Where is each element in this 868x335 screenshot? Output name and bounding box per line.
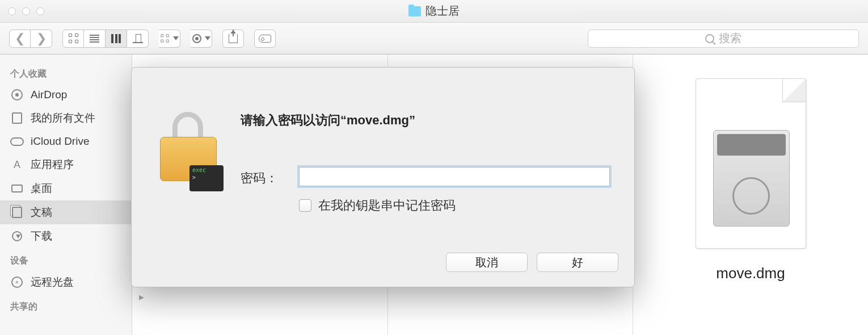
window-controls	[0, 7, 44, 15]
sidebar-item-label: iCloud Drive	[31, 135, 89, 148]
search-icon	[705, 34, 714, 43]
preview-filename: move.dmg	[716, 265, 785, 282]
checkbox-icon	[299, 199, 311, 212]
sidebar-item-airdrop[interactable]: AirDrop	[0, 83, 132, 106]
chevron-left-icon: ❮	[15, 31, 25, 46]
disk-image-icon	[713, 130, 790, 227]
dialog-buttons: 取消 好	[446, 253, 618, 272]
icon-view-button[interactable]	[62, 30, 84, 48]
sidebar-item-label: 下载	[31, 229, 52, 244]
chevron-down-icon	[205, 36, 210, 40]
column-view-button[interactable]	[106, 30, 127, 48]
chevron-down-icon	[173, 36, 179, 40]
exec-badge-icon	[189, 165, 224, 191]
sidebar-item-label: AirDrop	[31, 89, 67, 101]
back-button[interactable]: ❮	[9, 30, 31, 48]
sidebar-header-shared: 共享的	[0, 294, 132, 316]
ok-button-label: 好	[572, 255, 583, 270]
desktop-icon	[10, 182, 24, 195]
share-icon	[229, 34, 238, 43]
window-title-text: 隐士居	[425, 3, 460, 19]
sidebar-item-icloud[interactable]: iCloud Drive	[0, 130, 132, 153]
search-field[interactable]: 搜索	[588, 30, 859, 48]
lock-icon	[160, 112, 220, 180]
applications-icon: A	[10, 158, 24, 171]
cancel-button[interactable]: 取消	[446, 253, 528, 272]
window-title: 隐士居	[408, 3, 460, 19]
arrange-button[interactable]	[159, 30, 180, 48]
share-button[interactable]	[222, 30, 244, 48]
columns-icon	[111, 34, 121, 43]
sidebar-header-devices: 设备	[0, 248, 132, 270]
password-input[interactable]	[299, 167, 610, 186]
nav-group: ❮ ❯	[9, 30, 52, 48]
coverflow-view-button[interactable]	[127, 30, 149, 48]
forward-button[interactable]: ❯	[31, 30, 52, 48]
minimize-window-button[interactable]	[22, 7, 30, 15]
dmg-file-icon	[696, 78, 806, 249]
dialog-title: 请输入密码以访问“move.dmg”	[241, 112, 415, 129]
ok-button[interactable]: 好	[537, 253, 618, 272]
sidebar-header-favorites: 个人收藏	[0, 61, 132, 83]
airdrop-icon	[10, 88, 24, 102]
sidebar: 个人收藏 AirDrop 我的所有文件 iCloud Drive A 应用程序 …	[0, 55, 132, 335]
tag-icon	[259, 35, 271, 43]
action-button[interactable]	[191, 30, 212, 48]
sidebar-item-remote-disc[interactable]: 远程光盘	[0, 270, 132, 294]
downloads-icon	[10, 229, 24, 243]
cancel-button-label: 取消	[475, 255, 498, 270]
all-files-icon	[10, 111, 24, 125]
arrange-icon	[161, 34, 168, 42]
sidebar-item-applications[interactable]: A 应用程序	[0, 153, 132, 177]
sidebar-item-all-files[interactable]: 我的所有文件	[0, 106, 132, 130]
sidebar-item-label: 桌面	[31, 181, 52, 196]
action-group	[191, 30, 212, 48]
sidebar-item-label: 我的所有文件	[31, 111, 95, 125]
sidebar-item-documents[interactable]: 文稿	[0, 200, 132, 224]
chevron-right-icon: ❯	[36, 31, 47, 46]
close-window-button[interactable]	[8, 7, 16, 15]
zoom-window-button[interactable]	[36, 7, 44, 15]
gear-icon	[192, 34, 201, 43]
tags-button[interactable]	[254, 30, 276, 48]
disc-icon	[10, 275, 24, 289]
list-view-button[interactable]	[84, 30, 106, 48]
view-group	[62, 30, 149, 48]
toolbar: ❮ ❯ 搜索	[0, 23, 868, 55]
remember-checkbox[interactable]: 在我的钥匙串中记住密码	[299, 197, 456, 214]
grid-icon	[69, 34, 78, 43]
sidebar-item-label: 远程光盘	[31, 275, 74, 290]
search-placeholder: 搜索	[719, 31, 741, 46]
preview-panel: move.dmg	[633, 55, 868, 335]
sidebar-item-label: 文稿	[31, 205, 52, 220]
sidebar-item-desktop[interactable]: 桌面	[0, 177, 132, 200]
documents-icon	[10, 206, 24, 219]
password-dialog: 请输入密码以访问“move.dmg” 密码： 在我的钥匙串中记住密码 取消 好	[131, 67, 635, 287]
list-icon	[90, 35, 99, 43]
password-label: 密码：	[241, 170, 278, 187]
folder-icon	[408, 6, 421, 16]
sidebar-item-downloads[interactable]: 下载	[0, 224, 132, 248]
sidebar-item-label: 应用程序	[31, 157, 74, 172]
cloud-icon	[10, 135, 24, 148]
arrange-group	[159, 30, 180, 48]
coverflow-icon	[133, 34, 143, 43]
titlebar: 隐士居	[0, 0, 868, 23]
remember-label: 在我的钥匙串中记住密码	[318, 197, 456, 214]
column-resize-handle[interactable]: ▸	[139, 291, 144, 303]
